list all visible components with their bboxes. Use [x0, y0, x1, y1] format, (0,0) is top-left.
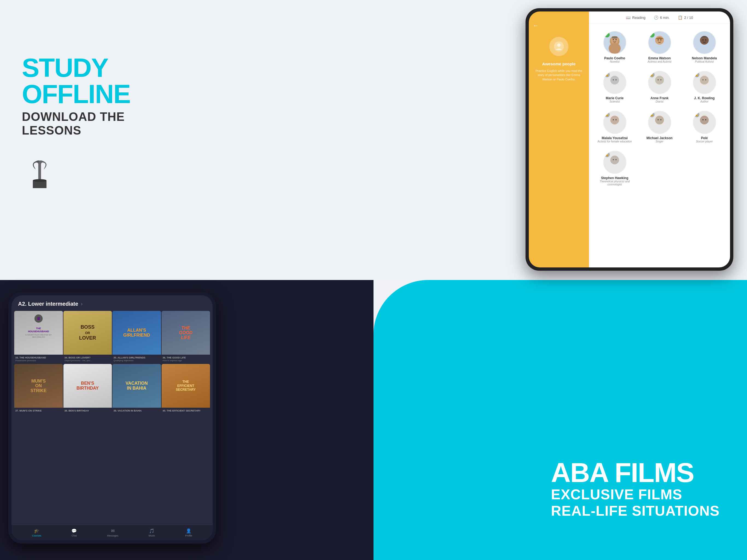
film-info-vacation: 39. VACATION IN BAHIA — [112, 408, 161, 414]
film-number-househusband: 33. THE HOUSEHUSBAND — [15, 356, 62, 359]
film-card-secretary[interactable]: THEEFFICIENTSECRETARY 40. THE EFFICIENT … — [162, 364, 210, 414]
person-name-malala: Malala Yousafzai — [602, 136, 628, 140]
film-number-allan: 35. ALLAN'S GIRLFRIENDS — [113, 356, 160, 359]
person-role-stephen: Theoretical physicist and cosmologist — [595, 180, 635, 186]
nav-courses-label: Courses — [32, 534, 41, 537]
svg-point-25 — [700, 76, 709, 84]
person-avatar-michael: 🔒 — [648, 111, 671, 134]
person-face-nelson — [693, 31, 716, 54]
person-avatar-marie: 🔒 — [603, 71, 626, 94]
nav-messages[interactable]: ✉ Messages — [107, 528, 119, 537]
person-role-paulo: Novelist — [610, 60, 620, 63]
person-card-michael[interactable]: 🔒 Michael Jackson Singer — [638, 108, 681, 146]
svg-point-12 — [660, 40, 662, 41]
person-avatar-nelson — [693, 31, 716, 54]
person-card-pele[interactable]: 🔒 Pelé Soccer player — [683, 108, 726, 146]
svg-point-28 — [705, 79, 706, 80]
film-desc-househusband: Possessive pronouns — [15, 359, 62, 362]
nav-chat[interactable]: 💬 Chat — [71, 528, 77, 537]
nav-messages-label: Messages — [107, 534, 119, 537]
svg-point-0 — [33, 179, 47, 182]
film-info-boss: 34. BOSS OR LOVER? Object pronouns - me,… — [63, 355, 112, 363]
time-label: 6 min. — [660, 16, 670, 20]
svg-point-10 — [655, 36, 664, 45]
chat-icon: 💬 — [71, 528, 77, 533]
svg-point-33 — [655, 116, 664, 124]
svg-point-24 — [660, 79, 662, 80]
person-avatar-stephen: 🔒 — [603, 151, 626, 174]
lock-badge-malala: 🔒 — [604, 112, 610, 117]
svg-point-32 — [616, 119, 617, 120]
person-card-marie[interactable]: 🔒 Marie Curie Scientist — [593, 68, 636, 106]
nav-courses[interactable]: 🎓 Courses — [32, 528, 41, 537]
person-name-anne: Anne Frank — [650, 96, 669, 100]
people-content: 📖 Reading 🕐 6 min. 📋 2 / 10 ✓ — [589, 11, 730, 268]
person-card-paulo[interactable]: ✓ Pa — [593, 28, 636, 66]
person-role-malala: Activist for female education — [597, 140, 632, 143]
nav-music[interactable]: 🎵 Music — [149, 528, 155, 537]
film-card-boss[interactable]: BOSSORLOVER 34. BOSS OR LOVER? Object pr… — [63, 311, 112, 363]
film-card-allan[interactable]: ALLAN'SGIRLFRIEND 35. ALLAN'S GIRLFRIEND… — [112, 311, 161, 363]
person-card-nelson[interactable]: Nelson Mandela Political Activist — [683, 28, 726, 66]
svg-point-31 — [613, 119, 614, 120]
person-name-michael: Michael Jackson — [646, 136, 672, 140]
person-role-jk: Author — [700, 100, 708, 103]
person-role-marie: Scientist — [610, 100, 620, 103]
lock-badge-pele: 🔒 — [694, 112, 699, 117]
person-card-anne[interactable]: 🔒 Anne Frank Diarist — [638, 68, 681, 106]
person-role-pele: Soccer player — [696, 140, 713, 143]
lock-badge-michael: 🔒 — [649, 112, 654, 117]
person-name-paulo: Paulo Coelho — [604, 56, 625, 60]
film-poster-househusband: THEHOUSEHUSBAND A SHORT FILM CREATED BYA… — [14, 311, 63, 355]
film-number-boss: 34. BOSS OR LOVER? — [65, 356, 111, 359]
film-info-goodlife: 36. THE GOOD LIFE How to express age — [162, 355, 210, 363]
profile-icon: 👤 — [186, 528, 191, 533]
person-role-emma: Actress and Activist — [648, 60, 672, 63]
svg-point-2 — [557, 44, 561, 47]
person-card-jk[interactable]: 🔒 J. K. Rowling Author — [683, 68, 726, 106]
svg-point-41 — [610, 156, 619, 164]
lock-badge-marie: 🔒 — [604, 72, 610, 77]
person-role-nelson: Political Activist — [695, 60, 714, 63]
courses-icon: 🎓 — [34, 528, 40, 533]
person-card-stephen[interactable]: 🔒 Stephen Hawking Theoretical physicist … — [593, 148, 636, 189]
film-desc-goodlife: How to express age — [163, 359, 209, 362]
lock-badge-stephen: 🔒 — [604, 152, 610, 157]
svg-point-39 — [702, 119, 703, 120]
person-name-emma: Emma Watson — [648, 56, 671, 60]
film-number-vacation: 39. VACATION IN BAHIA — [113, 409, 160, 412]
film-card-bens[interactable]: BEN'SBIRTHDAY 38. BEN'S BIRTHDAY — [63, 364, 112, 414]
bg-top-left — [0, 0, 374, 280]
svg-point-23 — [658, 79, 659, 80]
nav-profile-label: Profile — [185, 534, 192, 537]
bottom-navigation: 🎓 Courses 💬 Chat ✉ Messages 🎵 Music 👤 Pr… — [11, 525, 213, 540]
person-avatar-malala: 🔒 — [603, 111, 626, 134]
lesson-sidebar: ← Awesome people Practice English while … — [529, 11, 589, 268]
chevron-right-icon: › — [81, 301, 83, 307]
film-desc-boss: Object pronouns - me, you... — [65, 359, 111, 362]
person-card-malala[interactable]: 🔒 Malala Yousafzai Activist for female e… — [593, 108, 636, 146]
film-card-vacation[interactable]: VACATIONIN BAHIA 39. VACATION IN BAHIA — [112, 364, 161, 414]
film-info-mums: 37. MUM'S ON STRIKE — [14, 408, 63, 414]
film-number-secretary: 40. THE EFFICIENT SECRETARY — [163, 409, 209, 412]
reading-label: Reading — [632, 16, 645, 20]
films-grid: THEHOUSEHUSBAND A SHORT FILM CREATED BYA… — [11, 310, 213, 417]
aba-films-section: ABA FILMS EXCLUSIVE FILMS REAL-LIFE SITU… — [551, 459, 720, 519]
film-number-bens: 38. BEN'S BIRTHDAY — [65, 409, 111, 412]
film-card-househusband[interactable]: THEHOUSEHUSBAND A SHORT FILM CREATED BYA… — [14, 311, 63, 363]
reading-header: 📖 Reading 🕐 6 min. 📋 2 / 10 — [589, 11, 730, 24]
film-card-goodlife[interactable]: THEGOODLIFE 36. THE GOOD LIFE How to exp… — [162, 311, 210, 363]
check-badge-emma: ✓ — [649, 32, 654, 37]
right-tablet-screen: ← Awesome people Practice English while … — [529, 11, 730, 268]
nav-profile[interactable]: 👤 Profile — [185, 528, 192, 537]
film-poster-vacation: VACATIONIN BAHIA — [112, 364, 161, 408]
person-avatar-paulo: ✓ — [603, 31, 626, 54]
svg-point-6 — [613, 39, 614, 40]
film-number-goodlife: 36. THE GOOD LIFE — [163, 356, 209, 359]
back-arrow[interactable]: ← — [533, 22, 538, 29]
person-avatar-anne: 🔒 — [648, 71, 671, 94]
left-tablet: A2. Lower intermediate › THEHOUSEHUSBAND… — [8, 292, 216, 543]
film-card-mums[interactable]: MUM'SONSTRIKE 37. MUM'S ON STRIKE — [14, 364, 63, 414]
svg-point-44 — [616, 159, 617, 160]
person-card-emma[interactable]: ✓ Emma Watson — [638, 28, 681, 66]
